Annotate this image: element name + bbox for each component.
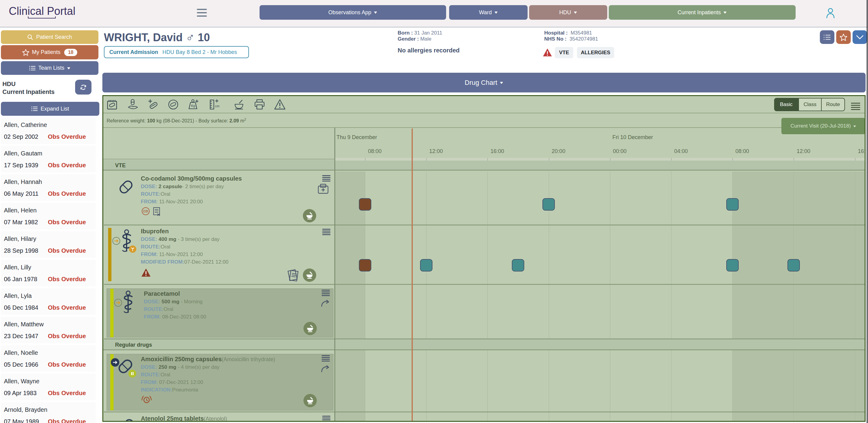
drug-name-5[interactable]: Atenolol 25mg tablets(Atenolol) bbox=[141, 415, 227, 421]
drug-name-4[interactable]: Amoxicillin 250mg capsules(Amoxicillin t… bbox=[141, 356, 275, 363]
toolbar-calendar-pill-icon[interactable] bbox=[106, 99, 118, 110]
drug-dose-4: DOSE: 250 mg - 4 time(s) per day bbox=[141, 364, 220, 370]
toolbar-pharmacy-icon[interactable] bbox=[233, 99, 245, 110]
banner-favorite-button[interactable] bbox=[836, 30, 851, 44]
section-regular-label: Regular drugs bbox=[115, 342, 152, 348]
drug-selected-card-3[interactable] bbox=[106, 289, 334, 337]
toolbar-height-icon[interactable]: cm bbox=[208, 99, 220, 110]
patient-card[interactable]: Arnold, Brayden07 May 1989Obs Overdue bbox=[1, 402, 96, 423]
window-scrollbar[interactable] bbox=[867, 0, 868, 423]
patient-card[interactable]: Allen, Wayne09 Apr 1983Obs Overdue bbox=[1, 373, 96, 400]
view-basic-button[interactable]: Basic bbox=[774, 98, 798, 111]
nav-current-inpatients[interactable]: Current Inpatients▼ bbox=[609, 5, 796, 20]
pharmacy-review-icon-2[interactable] bbox=[303, 269, 316, 282]
patient-card[interactable]: Allen, Noelle05 Dec 1966Obs Overdue bbox=[1, 345, 96, 372]
dose-box-given[interactable] bbox=[359, 259, 371, 272]
drug-chart-header[interactable]: Drug Chart▼ bbox=[102, 73, 866, 92]
drug-name-2[interactable]: Ibuprofen bbox=[141, 228, 169, 235]
drug-menu-icon-4[interactable] bbox=[322, 355, 330, 361]
banner-list-button[interactable] bbox=[820, 30, 834, 44]
bottom-strip bbox=[102, 422, 868, 423]
patient-card[interactable]: Allen, Catherine02 Sep 2002Obs Overdue bbox=[1, 117, 96, 144]
patient-card[interactable]: Allen, Helen07 Mar 1982Obs Overdue bbox=[1, 203, 96, 230]
patient-card-status: Obs Overdue bbox=[48, 361, 86, 368]
toolbar-weight-icon[interactable]: Kg bbox=[188, 99, 199, 110]
notes-icon-2[interactable] bbox=[286, 268, 301, 282]
patient-card[interactable]: Allen, Matthew23 Dec 1947Obs Overdue bbox=[1, 316, 96, 343]
toolbar-warning-icon[interactable] bbox=[274, 99, 286, 110]
patient-card-status: Obs Overdue bbox=[48, 333, 86, 340]
view-class-button[interactable]: Class bbox=[798, 98, 822, 111]
patient-card[interactable]: Allen, Lyla06 Dec 1984Obs Overdue bbox=[1, 288, 96, 315]
patient-card-name: Allen, Lyla bbox=[4, 293, 32, 299]
nav-observations-app[interactable]: Observations App▼ bbox=[259, 5, 446, 20]
drug-stripe-3 bbox=[110, 289, 114, 337]
user-icon[interactable] bbox=[825, 7, 837, 20]
patient-card[interactable]: Allen, Lilly06 Jan 1978Obs Overdue bbox=[1, 260, 96, 286]
section-vte bbox=[103, 160, 865, 171]
swap-icon-4[interactable] bbox=[320, 364, 331, 374]
refresh-list-button[interactable] bbox=[75, 80, 91, 94]
patient-card-status: Obs Overdue bbox=[48, 418, 86, 423]
dose-box-due[interactable] bbox=[512, 259, 524, 272]
allergies-badge[interactable]: ALLERGIES bbox=[577, 47, 614, 58]
axis-scrollbar[interactable] bbox=[335, 158, 865, 160]
time-tick-label: 20:00 bbox=[552, 148, 565, 154]
header-divider bbox=[0, 27, 868, 28]
dose-box-due[interactable] bbox=[420, 259, 433, 272]
expand-list-button[interactable]: Expand List bbox=[1, 102, 99, 116]
toolbar-review-icon[interactable] bbox=[167, 99, 179, 110]
pharmacy-supply-icon[interactable] bbox=[317, 182, 330, 195]
current-visit-button[interactable]: Current Visit (20-Jul-2018)▼ bbox=[781, 118, 865, 134]
my-patients-button[interactable]: My Patients 18 bbox=[1, 45, 98, 59]
vte-warning-icon[interactable] bbox=[543, 48, 552, 57]
toolbar-print-icon[interactable] bbox=[254, 99, 265, 110]
patient-card[interactable]: Allen, Hannah06 May 2011Obs Overdue bbox=[1, 174, 96, 201]
toolbar-add-drug-icon[interactable] bbox=[147, 99, 159, 110]
banner-expand-button[interactable] bbox=[852, 30, 867, 44]
drug-menu-icon-2[interactable] bbox=[322, 229, 331, 235]
nav-hdu[interactable]: HDU▼ bbox=[529, 5, 607, 20]
drug-name-1[interactable]: Co-codamol 30mg/500mg capsules bbox=[141, 175, 242, 182]
patient-card[interactable]: Allen, Gautam17 Sep 1939Obs Overdue bbox=[1, 146, 96, 173]
dose-box-due[interactable] bbox=[542, 198, 555, 211]
team-lists-button[interactable]: Team Lists▼ bbox=[1, 61, 98, 75]
pharmacy-review-icon-1[interactable] bbox=[303, 209, 316, 222]
pharmacy-review-icon-3[interactable] bbox=[304, 322, 317, 335]
patient-search-button[interactable]: Patient Search bbox=[1, 30, 98, 44]
svg-text:Kg: Kg bbox=[191, 104, 195, 108]
grid-column-line bbox=[426, 172, 427, 421]
patient-card-dob: 07 May 1989 bbox=[4, 418, 39, 423]
drug-menu-icon-5[interactable] bbox=[322, 416, 331, 421]
drug-route-4: ROUTE:Oral bbox=[141, 372, 170, 378]
born-line: Born : 31 Jan 2011 bbox=[398, 30, 442, 36]
drug-from-4: FROM: 07-Dec-2021 12:00 bbox=[141, 380, 203, 386]
nav-ward[interactable]: Ward▼ bbox=[449, 5, 528, 20]
drug-name-3[interactable]: Paracetamol bbox=[144, 290, 180, 297]
dose-box-due[interactable] bbox=[726, 198, 739, 211]
dose-box-due[interactable] bbox=[787, 259, 800, 272]
dose-box-due[interactable] bbox=[726, 259, 739, 272]
view-route-button[interactable]: Route bbox=[822, 98, 845, 111]
patient-card[interactable]: Allen, Hilary28 Sep 1998Obs Overdue bbox=[1, 231, 96, 258]
patient-card-dob: 02 Sep 2002 bbox=[4, 133, 38, 140]
app-logo[interactable]: Clinical Portal bbox=[9, 5, 75, 18]
pharmacy-review-icon-4[interactable] bbox=[304, 394, 317, 407]
patient-card-name: Arnold, Brayden bbox=[4, 406, 47, 413]
vte-badge[interactable]: VTE bbox=[555, 47, 573, 58]
admission-box[interactable]: Current Admission HDU Bay 8 Bed 2 - Mr H… bbox=[104, 46, 249, 58]
section-regular bbox=[103, 339, 865, 350]
toolbar-dispense-icon[interactable] bbox=[127, 99, 139, 110]
patient-card-dob: 06 Dec 1984 bbox=[4, 304, 38, 311]
patient-card-status: Obs Overdue bbox=[48, 219, 86, 226]
drug-menu-icon-3[interactable] bbox=[322, 290, 330, 296]
swap-icon-3[interactable] bbox=[320, 299, 331, 308]
drug-menu-icon-1[interactable] bbox=[322, 175, 331, 181]
drug-route-3: ROUTE:Oral bbox=[144, 306, 173, 312]
drug-pause-badge-4 bbox=[128, 370, 136, 377]
list-title-line1: HDU bbox=[2, 81, 16, 88]
patient-card-dob: 17 Sep 1939 bbox=[4, 162, 38, 169]
controlled-drug-icon: CD bbox=[142, 207, 150, 215]
dose-box-given[interactable] bbox=[359, 198, 371, 211]
allergies-note: No allergies recorded bbox=[398, 47, 460, 54]
